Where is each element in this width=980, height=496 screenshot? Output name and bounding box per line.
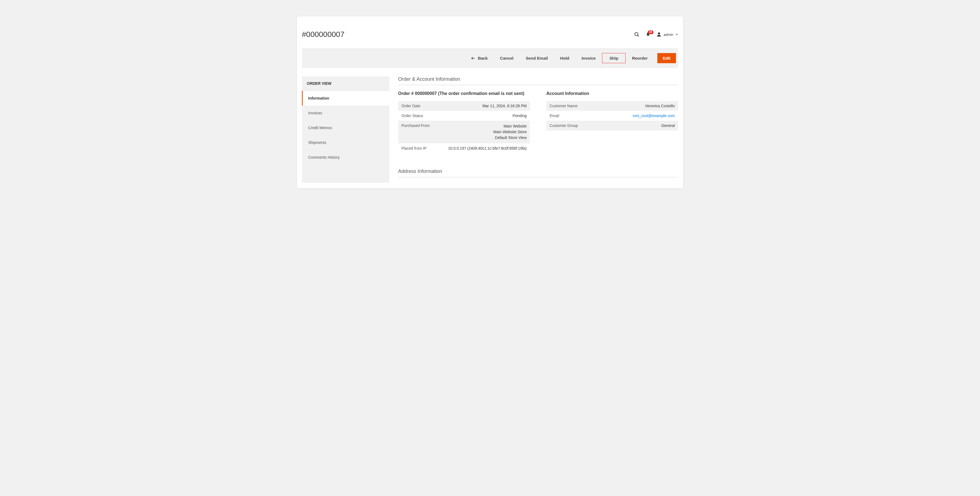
notification-badge: 39 xyxy=(648,30,654,34)
edit-button[interactable]: Edit xyxy=(657,53,676,63)
sidebar-title: ORDER VIEW xyxy=(302,77,390,91)
order-status-label: Order Status xyxy=(398,111,436,121)
order-account-columns: Order # 000000007 (The order confirmatio… xyxy=(398,91,678,153)
order-status-value: Pending xyxy=(436,111,530,121)
main-column: Order & Account Information Order # 0000… xyxy=(398,77,678,183)
order-date-label: Order Date xyxy=(398,101,436,111)
sidebar-item-comments-history[interactable]: Comments History xyxy=(302,150,390,165)
purchased-from-line2: Main Website Store xyxy=(440,129,527,135)
action-bar: Back Cancel Send Email Hold Invoice Ship… xyxy=(302,48,678,68)
order-account-section-title: Order & Account Information xyxy=(398,77,678,85)
order-date-value: Mar 11, 2024, 6:16:28 PM xyxy=(436,101,530,111)
customer-name-value: Veronica Costello xyxy=(601,101,678,111)
invoice-button[interactable]: Invoice xyxy=(576,53,602,63)
header-row: #000000007 39 admin xyxy=(302,16,678,48)
header-actions: 39 admin xyxy=(634,32,678,37)
sidebar-item-invoices[interactable]: Invoices xyxy=(302,105,390,120)
page-title: #000000007 xyxy=(302,30,345,39)
svg-line-1 xyxy=(637,35,639,37)
search-button[interactable] xyxy=(634,32,640,37)
account-info-column: Account Information Customer Name Veroni… xyxy=(546,91,678,153)
customer-name-label: Customer Name xyxy=(546,101,601,111)
reorder-button[interactable]: Reorder xyxy=(626,53,654,63)
send-email-button[interactable]: Send Email xyxy=(520,53,554,63)
user-icon xyxy=(657,32,662,37)
ship-button[interactable]: Ship xyxy=(602,53,626,63)
purchased-from-label: Purchased From xyxy=(398,121,436,144)
purchased-from-line3: Default Store View xyxy=(440,135,527,140)
customer-email-link[interactable]: roni_cost@example.com xyxy=(633,113,675,118)
placed-ip-value: 10.0.0.197 (2409:40c1:1c:bfe7:8c0f:856f:… xyxy=(436,144,530,153)
admin-label: admin xyxy=(663,33,673,37)
svg-point-2 xyxy=(658,33,660,35)
placed-ip-label: Placed from IP xyxy=(398,144,436,153)
table-row: Email roni_cost@example.com xyxy=(546,111,678,121)
table-row: Customer Group General xyxy=(546,121,678,131)
purchased-from-lines: Main Website Main Website Store Default … xyxy=(440,123,527,140)
customer-email-value: roni_cost@example.com xyxy=(601,111,678,121)
back-button[interactable]: Back xyxy=(465,53,494,63)
svg-point-0 xyxy=(635,33,638,36)
purchased-from-line1: Main Website xyxy=(440,123,527,129)
account-info-table: Customer Name Veronica Costello Email ro… xyxy=(546,101,678,131)
account-info-title: Account Information xyxy=(546,91,678,97)
search-icon xyxy=(634,32,640,37)
order-view-sidebar: ORDER VIEW Information Invoices Credit M… xyxy=(302,77,390,183)
order-info-table: Order Date Mar 11, 2024, 6:16:28 PM Orde… xyxy=(398,101,530,153)
content-row: ORDER VIEW Information Invoices Credit M… xyxy=(302,68,678,183)
table-row: Order Status Pending xyxy=(398,111,530,121)
order-info-column: Order # 000000007 (The order confirmatio… xyxy=(398,91,530,153)
customer-email-label: Email xyxy=(546,111,601,121)
table-row: Customer Name Veronica Costello xyxy=(546,101,678,111)
table-row: Order Date Mar 11, 2024, 6:16:28 PM xyxy=(398,101,530,111)
customer-group-value: General xyxy=(601,121,678,131)
back-label: Back xyxy=(478,56,488,61)
notifications-button[interactable]: 39 xyxy=(646,32,651,37)
table-row: Placed from IP 10.0.0.197 (2409:40c1:1c:… xyxy=(398,144,530,153)
arrow-left-icon xyxy=(471,56,475,60)
purchased-from-value: Main Website Main Website Store Default … xyxy=(436,121,530,144)
admin-dropdown[interactable]: admin xyxy=(657,32,678,37)
chevron-down-icon xyxy=(675,33,678,36)
hold-button[interactable]: Hold xyxy=(554,53,575,63)
sidebar-item-credit-memos[interactable]: Credit Memos xyxy=(302,120,390,135)
cancel-button[interactable]: Cancel xyxy=(494,53,520,63)
sidebar-item-shipments[interactable]: Shipments xyxy=(302,135,390,150)
table-row: Purchased From Main Website Main Website… xyxy=(398,121,530,144)
address-section-title: Address Information xyxy=(398,169,678,177)
order-panel: #000000007 39 admin Back Cancel Send Ema… xyxy=(297,16,683,188)
sidebar-item-information[interactable]: Information xyxy=(302,91,390,105)
customer-group-label: Customer Group xyxy=(546,121,601,131)
order-number-title: Order # 000000007 (The order confirmatio… xyxy=(398,91,530,97)
